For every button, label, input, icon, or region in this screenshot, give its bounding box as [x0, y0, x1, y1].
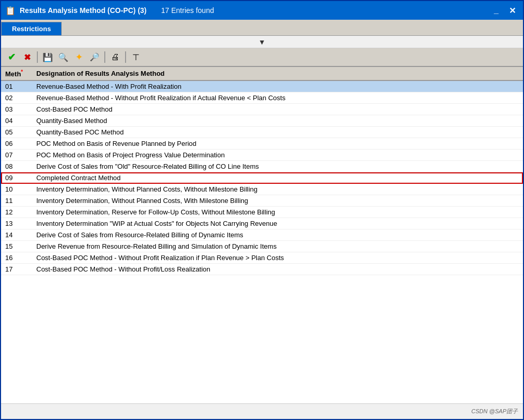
minimize-button[interactable]: _	[491, 5, 502, 16]
print-icon: 🖨	[111, 52, 119, 62]
table-row[interactable]: 05Quantity-Based POC Method	[1, 127, 523, 138]
add-icon: ✦	[75, 51, 83, 63]
cell-meth: 16	[1, 252, 32, 264]
table-row[interactable]: 16Cost-Based POC Method - Without Profit…	[1, 252, 523, 264]
cell-meth: 02	[1, 92, 32, 104]
cell-meth: 09	[1, 172, 32, 184]
title-bar: 📋 Results Analysis Method (CO-PC) (3) 17…	[1, 1, 523, 20]
check-icon: ✔	[8, 51, 16, 63]
bottom-status-bar: CSDN @SAP团子	[1, 403, 523, 419]
col-header-meth: Meth*	[1, 67, 32, 80]
table-row[interactable]: 09Completed Contract Method	[1, 172, 523, 184]
cell-designation: Inventory Determination, Without Planned…	[32, 195, 523, 207]
entries-count: 17 Entries found	[161, 6, 214, 15]
cell-designation: Cost-Based POC Method - Without Profit/L…	[32, 264, 523, 275]
table-row[interactable]: 02Revenue-Based Method - Without Profit …	[1, 92, 523, 104]
search-icon: 🔎	[90, 52, 100, 62]
cell-meth: 08	[1, 161, 32, 172]
cell-meth: 03	[1, 104, 32, 115]
search-button[interactable]: 🔎	[87, 50, 102, 64]
cell-meth: 07	[1, 150, 32, 161]
table-row[interactable]: 04Quantity-Based Method	[1, 115, 523, 127]
table-row[interactable]: 08Derive Cost of Sales from "Old" Resour…	[1, 161, 523, 172]
cell-meth: 11	[1, 195, 32, 207]
required-indicator: *	[21, 69, 23, 75]
title-bar-left: 📋 Results Analysis Method (CO-PC) (3) 17…	[5, 6, 214, 16]
cell-meth: 17	[1, 264, 32, 275]
cell-meth: 13	[1, 218, 32, 229]
cell-meth: 04	[1, 115, 32, 127]
cell-meth: 10	[1, 184, 32, 195]
cell-designation: POC Method on Basis of Project Progress …	[32, 150, 523, 161]
table-row[interactable]: 10Inventory Determination, Without Plann…	[1, 184, 523, 195]
save-button[interactable]: 💾	[40, 50, 55, 64]
cell-designation: Quantity-Based POC Method	[32, 127, 523, 138]
table-row[interactable]: 01Revenue-Based Method - With Profit Rea…	[1, 80, 523, 92]
cell-designation: Revenue-Based Method - Without Profit Re…	[32, 92, 523, 104]
table-row[interactable]: 06POC Method on Basis of Revenue Planned…	[1, 138, 523, 150]
toolbar: ✔ ✖ 💾 🔍 ✦ 🔎 🖨 ⊤	[1, 48, 523, 67]
cell-designation: Cost-Based POC Method - Without Profit R…	[32, 252, 523, 264]
add-button[interactable]: ✦	[72, 50, 86, 64]
cell-designation: Quantity-Based Method	[32, 115, 523, 127]
cell-designation: Completed Contract Method	[32, 172, 523, 184]
table-row[interactable]: 15Derive Revenue from Resource-Related B…	[1, 241, 523, 252]
cell-designation: POC Method on Basis of Revenue Planned b…	[32, 138, 523, 150]
table-row[interactable]: 17Cost-Based POC Method - Without Profit…	[1, 264, 523, 275]
cell-designation: Inventory Determination, Reserve for Fol…	[32, 207, 523, 218]
find-icon: 🔍	[58, 52, 68, 62]
cell-designation: Inventory Determination, Without Planned…	[32, 184, 523, 195]
table-row[interactable]: 07POC Method on Basis of Project Progres…	[1, 150, 523, 161]
results-table: Meth* Designation of Results Analysis Me…	[1, 67, 523, 275]
window-title: Results Analysis Method (CO-PC) (3)	[20, 6, 147, 15]
table-header-row: Meth* Designation of Results Analysis Me…	[1, 67, 523, 80]
table-row[interactable]: 14Derive Cost of Sales from Resource-Rel…	[1, 229, 523, 241]
cell-designation: Cost-Based POC Method	[32, 104, 523, 115]
col-header-designation: Designation of Results Analysis Method	[32, 67, 523, 80]
filter-icon: ⊤	[132, 52, 140, 62]
table-row[interactable]: 03Cost-Based POC Method	[1, 104, 523, 115]
cell-designation: Inventory Determination "WIP at Actual C…	[32, 218, 523, 229]
print-button[interactable]: 🖨	[108, 50, 122, 64]
cancel-button[interactable]: ✖	[20, 50, 34, 64]
cell-meth: 14	[1, 229, 32, 241]
filter-button[interactable]: ⊤	[129, 50, 143, 64]
title-controls: _ ✕	[491, 5, 519, 17]
table-row[interactable]: 11Inventory Determination, Without Plann…	[1, 195, 523, 207]
cell-designation: Derive Cost of Sales from "Old" Resource…	[32, 161, 523, 172]
table-row[interactable]: 13Inventory Determination "WIP at Actual…	[1, 218, 523, 229]
find-button[interactable]: 🔍	[56, 50, 71, 64]
tab-bar: Restrictions	[1, 20, 523, 36]
check-button[interactable]: ✔	[4, 50, 19, 64]
cell-meth: 01	[1, 80, 32, 92]
separator-2	[104, 51, 105, 63]
close-button[interactable]: ✕	[506, 5, 519, 17]
cell-designation: Derive Revenue from Resource-Related Bil…	[32, 241, 523, 252]
cell-designation: Revenue-Based Method - With Profit Reali…	[32, 80, 523, 92]
main-window: 📋 Results Analysis Method (CO-PC) (3) 17…	[0, 0, 524, 420]
separator-3	[125, 51, 126, 63]
cancel-icon: ✖	[24, 52, 31, 62]
tab-restrictions[interactable]: Restrictions	[1, 22, 62, 35]
cell-meth: 12	[1, 207, 32, 218]
separator-1	[37, 51, 38, 63]
filter-indicator: ▼	[258, 38, 266, 46]
filter-arrow: ▼	[1, 36, 523, 48]
table-container[interactable]: Meth* Designation of Results Analysis Me…	[1, 67, 523, 403]
cell-meth: 05	[1, 127, 32, 138]
cell-meth: 06	[1, 138, 32, 150]
watermark: CSDN @SAP团子	[472, 408, 518, 415]
window-icon: 📋	[5, 6, 16, 16]
table-row[interactable]: 12Inventory Determination, Reserve for F…	[1, 207, 523, 218]
save-icon: 💾	[43, 52, 53, 62]
cell-meth: 15	[1, 241, 32, 252]
cell-designation: Derive Cost of Sales from Resource-Relat…	[32, 229, 523, 241]
